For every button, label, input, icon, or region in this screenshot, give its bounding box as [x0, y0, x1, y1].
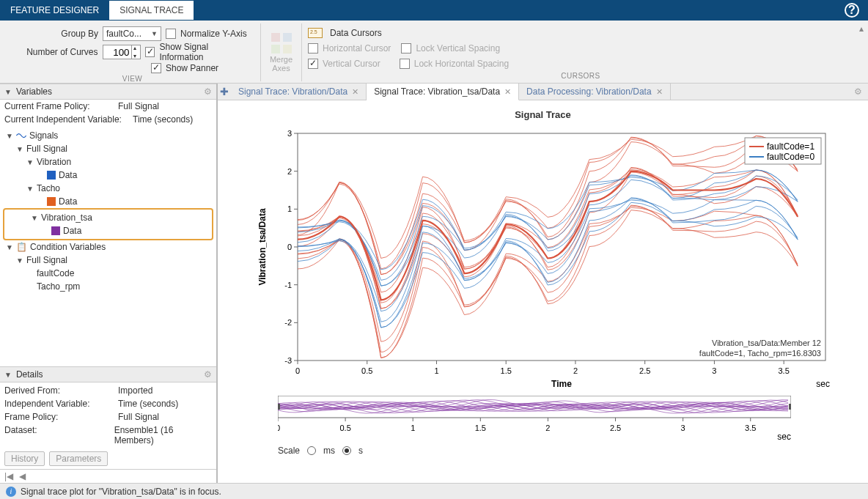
show-signal-info-checkbox[interactable] — [145, 47, 155, 57]
variables-header[interactable]: ▼ Variables ⚙ — [0, 84, 216, 100]
details-derived-v: Imported — [118, 385, 152, 396]
tree-vibration-tsa[interactable]: ▼Vibration_tsa — [4, 211, 212, 224]
tree-vibration-data[interactable]: Data — [0, 169, 216, 182]
num-curves-spinner[interactable] — [103, 45, 141, 59]
frame-policy-v: Full Signal — [118, 101, 159, 111]
tree-full-signal[interactable]: ▼Full Signal — [0, 142, 216, 155]
svg-text:Vibration_tsa/Data: Vibration_tsa/Data — [257, 208, 268, 285]
new-plot-icon[interactable]: ✚ — [218, 86, 231, 97]
vertical-cursor-label: Vertical Cursor — [323, 59, 380, 69]
history-button[interactable]: History — [4, 451, 45, 466]
clipboard-icon: 📋 — [16, 242, 27, 252]
collapse-icon[interactable]: ▼ — [4, 88, 12, 96]
close-icon[interactable]: ✕ — [504, 87, 511, 96]
close-icon[interactable]: ✕ — [656, 87, 663, 96]
tree-tacho-data[interactable]: Data — [0, 195, 216, 208]
svg-rect-43 — [789, 404, 791, 410]
scale-ms-label: ms — [323, 446, 335, 456]
scale-s-label: s — [358, 446, 363, 456]
svg-text:1.5: 1.5 — [475, 424, 486, 432]
nav-first-icon[interactable]: |◀ — [4, 471, 13, 481]
details-ds-v: Ensemble1 (16 Members) — [114, 425, 212, 446]
svg-text:sec: sec — [777, 432, 791, 440]
cursors-group-label: CURSORS — [308, 72, 853, 80]
scale-ms-radio[interactable] — [307, 446, 316, 455]
svg-text:2: 2 — [545, 424, 550, 432]
lock-horizontal-checkbox — [400, 59, 410, 69]
vibration-tsa-highlight: ▼Vibration_tsa Data — [3, 208, 213, 240]
signal-icon — [16, 132, 26, 139]
signal-trace-chart[interactable]: -3-2-1012300.511.522.533.5TimesecVibrati… — [254, 126, 833, 390]
view-group-label: VIEW — [10, 75, 254, 83]
svg-text:1: 1 — [411, 424, 415, 432]
svg-text:2.5: 2.5 — [639, 366, 650, 375]
svg-text:faultCode=1, Tacho_rpm=16.8303: faultCode=1, Tacho_rpm=16.8303 — [699, 349, 820, 358]
scale-controls: Scale ms s — [278, 446, 859, 456]
normalize-y-checkbox[interactable] — [166, 29, 176, 39]
data-cursors-button[interactable]: Data Cursors — [330, 28, 382, 38]
doc-tab-1[interactable]: Signal Trace: Vibration/Data✕ — [231, 84, 367, 100]
help-icon[interactable]: ? — [845, 3, 859, 18]
parameters-button[interactable]: Parameters — [49, 451, 108, 466]
lock-horizontal-label: Lock Horizontal Spacing — [414, 59, 509, 69]
gear-icon[interactable]: ⚙ — [848, 86, 868, 97]
close-icon[interactable]: ✕ — [352, 87, 358, 96]
group-by-dropdown[interactable]: faultCo... — [103, 26, 161, 41]
svg-text:-1: -1 — [284, 281, 292, 289]
square-blue-icon — [47, 171, 56, 180]
tree-tacho[interactable]: ▼Tacho — [0, 182, 216, 195]
data-cursors-icon — [308, 28, 323, 38]
scale-s-radio[interactable] — [342, 446, 351, 455]
tree-faultcode[interactable]: faultCode — [0, 267, 216, 280]
svg-text:0: 0 — [295, 366, 299, 375]
svg-text:1: 1 — [434, 366, 438, 375]
collapse-toolstrip-icon[interactable]: ▴ — [859, 23, 864, 34]
svg-text:3.5: 3.5 — [778, 366, 789, 375]
gear-icon[interactable]: ⚙ — [204, 86, 212, 97]
scale-label: Scale — [278, 446, 300, 456]
svg-text:-2: -2 — [284, 318, 292, 327]
svg-text:2.5: 2.5 — [610, 424, 621, 432]
details-derived-k: Derived From: — [4, 385, 118, 396]
panner[interactable]: 00.511.522.533.5sec — [278, 396, 837, 440]
svg-text:3: 3 — [712, 366, 716, 375]
left-panel: ▼ Variables ⚙ Current Frame Policy:Full … — [0, 84, 218, 483]
gear-icon[interactable]: ⚙ — [204, 369, 212, 380]
plot-area: Signal Trace -3-2-1012300.511.522.533.5T… — [218, 100, 868, 483]
svg-text:3: 3 — [681, 424, 685, 432]
nav-prev-icon[interactable]: ◀ — [19, 471, 26, 481]
tab-feature-designer[interactable]: FEATURE DESIGNER — [0, 1, 109, 20]
tree-signals[interactable]: ▼ Signals — [0, 129, 216, 142]
collapse-icon[interactable]: ▼ — [4, 371, 12, 379]
main-tabstrip: FEATURE DESIGNER SIGNAL TRACE ? — [0, 0, 868, 21]
details-indep-k: Independent Variable: — [4, 399, 118, 409]
group-by-label: Group By — [10, 29, 98, 39]
tree-tacho-rpm[interactable]: Tacho_rpm — [0, 280, 216, 293]
tree-cond-full-signal[interactable]: ▼Full Signal — [0, 254, 216, 267]
show-panner-checkbox[interactable] — [151, 63, 161, 73]
details-header[interactable]: ▼ Details ⚙ — [0, 366, 216, 382]
svg-rect-42 — [278, 404, 280, 410]
lock-vertical-label: Lock Vertical Spacing — [416, 43, 500, 53]
svg-rect-0 — [298, 133, 825, 361]
details-ds-k: Dataset: — [4, 425, 114, 446]
tree-vibration[interactable]: ▼Vibration — [0, 155, 216, 169]
doc-tab-3[interactable]: Data Processing: Vibration/Data✕ — [519, 84, 671, 100]
merge-axes-icon — [271, 33, 292, 53]
vertical-cursor-checkbox — [308, 59, 318, 69]
details-body: Derived From:Imported Independent Variab… — [0, 382, 216, 448]
tree-vibration-tsa-data[interactable]: Data — [4, 224, 212, 237]
svg-text:1.5: 1.5 — [500, 366, 511, 375]
frame-policy-k: Current Frame Policy: — [4, 101, 118, 111]
doc-tab-2[interactable]: Signal Trace: Vibration_tsa/Data✕ — [367, 84, 519, 100]
num-curves-label: Number of Curves — [10, 47, 98, 57]
details-title: Details — [16, 369, 43, 380]
svg-text:faultCode=0: faultCode=0 — [767, 152, 814, 162]
square-purple-icon — [51, 226, 60, 235]
variables-tree: ▼ Signals ▼Full Signal ▼Vibration Data ▼… — [0, 126, 216, 366]
details-fp-k: Frame Policy: — [4, 412, 118, 422]
info-icon: i — [6, 487, 16, 497]
merge-axes-button: Merge Axes — [270, 55, 293, 73]
tree-condition-vars[interactable]: ▼📋Condition Variables — [0, 240, 216, 254]
tab-signal-trace[interactable]: SIGNAL TRACE — [109, 1, 194, 20]
